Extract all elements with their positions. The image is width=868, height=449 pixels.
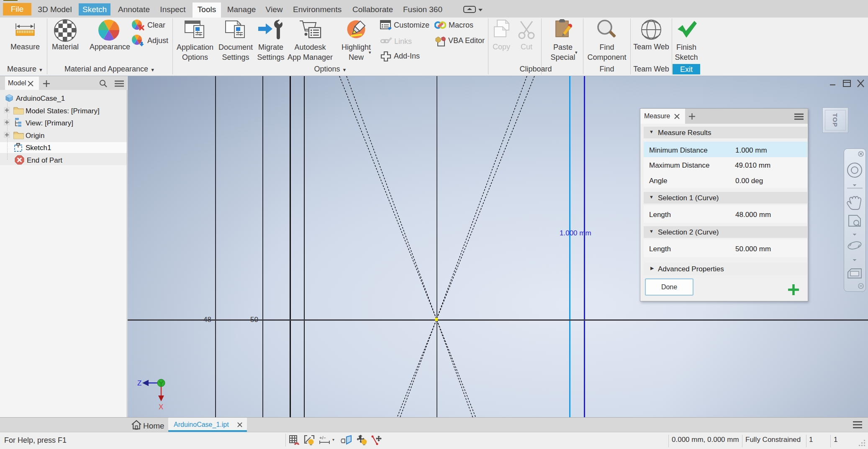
svg-text:Z: Z (137, 379, 141, 387)
svg-text:X: X (159, 403, 163, 411)
svg-text:+/−: +/− (319, 436, 326, 440)
